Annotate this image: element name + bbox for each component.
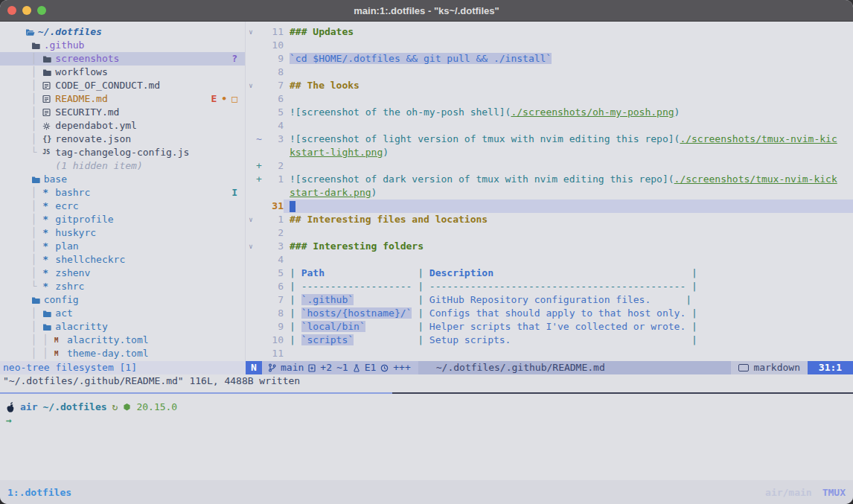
sidebar-item--dotfiles[interactable]: ~/.dotfiles: [0, 25, 245, 39]
line-text: [284, 159, 853, 173]
sidebar-item-label: ~/.dotfiles: [38, 25, 102, 39]
sidebar-item-screenshots[interactable]: │ screenshots?: [0, 52, 245, 66]
sidebar-item-plan[interactable]: │ *plan: [0, 240, 245, 253]
sidebar-item-security-md[interactable]: │ SECURITY.md: [0, 106, 245, 119]
editor-line[interactable]: 8| `hosts/{hostname}/` | Configs that sh…: [246, 307, 853, 320]
editor-line[interactable]: 9`cd $HOME/.dotfiles && git pull && ./in…: [246, 52, 853, 66]
sidebar-item-bashrc[interactable]: │ *bashrcI: [0, 186, 245, 200]
syntax-segment: ## The looks: [290, 80, 360, 91]
sign-column: [256, 334, 264, 347]
editor-line[interactable]: 7| `.github` | GitHub Repository configu…: [246, 293, 853, 307]
line-number: 10: [264, 39, 284, 52]
sidebar-item-code-of-conduct-md[interactable]: │ CODE_OF_CONDUCT.md: [0, 79, 245, 92]
prompt-input[interactable]: →: [0, 414, 853, 427]
sign-column: [256, 200, 264, 213]
shell-pane[interactable]: air ~/.dotfiles ↻ 20.15.0 →: [0, 388, 853, 480]
sidebar-item-gitprofile[interactable]: │ *gitprofile: [0, 213, 245, 226]
sidebar-item-act[interactable]: │ act: [0, 307, 245, 320]
line-number: [264, 146, 284, 159]
editor-line[interactable]: 6: [246, 92, 853, 106]
status-badge: •: [221, 92, 227, 106]
neotree-statusline: neo-tree filesystem [1]: [0, 361, 246, 374]
sidebar-item-theme-day-toml[interactable]: │ │ Mtheme-day.toml: [0, 347, 245, 360]
editor-line[interactable]: 31: [246, 200, 853, 213]
sign-column: [256, 320, 264, 334]
minimize-button[interactable]: [22, 6, 31, 15]
line-number: 3: [264, 133, 284, 146]
statusline-filename: ~/.dotfiles/.github/README.md: [418, 361, 732, 374]
sidebar-item-alacritty-toml[interactable]: │ │ Malacritty.toml: [0, 334, 245, 347]
sidebar-item-renovate-json[interactable]: │ {}renovate.json: [0, 133, 245, 146]
zoom-button[interactable]: [37, 6, 46, 15]
editor-line[interactable]: kstart-light.png): [246, 146, 853, 159]
sidebar-item-huskyrc[interactable]: │ *huskyrc: [0, 226, 245, 240]
tree-guide: [19, 173, 31, 186]
editor-line[interactable]: 10| `scripts` | Setup scripts. |: [246, 334, 853, 347]
editor-line[interactable]: +1![screenshot of dark version of tmux w…: [246, 173, 853, 186]
sidebar-item-ecrc[interactable]: │ *ecrc: [0, 200, 245, 213]
editor-line[interactable]: 5![screenshot of the oh-my-posh shell](.…: [246, 106, 853, 119]
line-text: ### Updates: [284, 25, 853, 39]
editor-line[interactable]: 11: [246, 347, 853, 360]
editor-line[interactable]: 6| ------------------- | ---------------…: [246, 280, 853, 293]
editor-line[interactable]: ∨ 11### Updates: [246, 25, 853, 39]
sidebar-item-tag-changelog-config-js[interactable]: └ JStag-changelog-config.js: [0, 146, 245, 159]
syntax-segment: |: [691, 334, 697, 345]
sidebar-item-label: tag-changelog-config.js: [55, 146, 189, 159]
sign-column: [256, 347, 264, 360]
editor-line[interactable]: ∨ 1## Interesting files and locations: [246, 213, 853, 226]
editor-line[interactable]: 4: [246, 119, 853, 133]
sidebar-item-alacritty[interactable]: │ alacritty: [0, 320, 245, 334]
sidebar-item--1-hidden-item-[interactable]: (1 hidden item): [0, 159, 245, 173]
tree-guide: │: [19, 267, 42, 280]
tree-guide: │: [19, 52, 42, 66]
editor-line[interactable]: ~3![screenshot of light version of tmux …: [246, 133, 853, 146]
close-button[interactable]: [7, 6, 16, 15]
sidebar-item-zshenv[interactable]: │ *zshenv: [0, 267, 245, 280]
tree-guide: │: [19, 200, 42, 213]
editor-line[interactable]: 10: [246, 39, 853, 52]
editor-line[interactable]: 8: [246, 66, 853, 79]
editor-line[interactable]: 5| Path | Description |: [246, 267, 853, 280]
editor-line[interactable]: ∨ 3### Interesting folders: [246, 240, 853, 253]
editor-line[interactable]: 9| `local/bin` | Helper scripts that I'v…: [246, 320, 853, 334]
asterisk-icon: *: [42, 213, 55, 226]
syntax-segment: ./screenshots/tmux-nvim-kick: [674, 173, 837, 185]
sidebar-item-label: (1 hidden item): [55, 159, 142, 173]
terminal-window: main:1:.dotfiles - "ks~/.dotfiles" ~/.do…: [0, 0, 853, 504]
fold-column: [246, 293, 256, 307]
sidebar-item-dependabot-yml[interactable]: │ dependabot.yml: [0, 119, 245, 133]
tree-guide: │: [19, 226, 42, 240]
node-version: 20.15.0: [136, 401, 177, 414]
syntax-segment: ## Interesting files and locations: [290, 214, 488, 225]
neotree-sidebar: ~/.dotfiles .github │ screenshots? │ wor…: [0, 22, 246, 361]
syntax-segment: |: [418, 334, 429, 345]
sidebar-item-zshrc[interactable]: └ *zshrc: [0, 280, 245, 293]
filetype-label: markdown: [753, 361, 800, 374]
sidebar-item-shellcheckrc[interactable]: │ *shellcheckrc: [0, 253, 245, 267]
line-number: 3: [264, 240, 284, 253]
tmux-window-tab[interactable]: 1:.dotfiles: [7, 487, 71, 498]
sidebar-item-config[interactable]: config: [0, 293, 245, 307]
sidebar-item-workflows[interactable]: │ workflows: [0, 66, 245, 79]
editor-line[interactable]: start-dark.png): [246, 186, 853, 200]
tmux-pane-border[interactable]: [0, 392, 853, 394]
editor-line[interactable]: +2: [246, 159, 853, 173]
sidebar-item-base[interactable]: base: [0, 173, 245, 186]
fold-marker-icon[interactable]: ∨: [246, 240, 256, 253]
sidebar-item-label: .github: [44, 39, 85, 52]
syntax-segment: ): [674, 106, 680, 118]
fold-marker-icon[interactable]: ∨: [246, 213, 256, 226]
editor-line[interactable]: ∨ 7## The looks: [246, 79, 853, 92]
status-badges: E•□: [211, 92, 245, 106]
sidebar-item-label: SECURITY.md: [55, 106, 119, 119]
syntax-segment: |: [290, 267, 301, 278]
editor-line[interactable]: 4: [246, 253, 853, 267]
fold-marker-icon[interactable]: ∨: [246, 25, 256, 39]
sidebar-item--github[interactable]: .github: [0, 39, 245, 52]
fold-marker-icon[interactable]: ∨: [246, 79, 256, 92]
sidebar-item-readme-md[interactable]: │ README.mdE•□: [0, 92, 245, 106]
editor-line[interactable]: 2: [246, 226, 853, 240]
line-text: [284, 253, 853, 267]
sign-column: [256, 253, 264, 267]
